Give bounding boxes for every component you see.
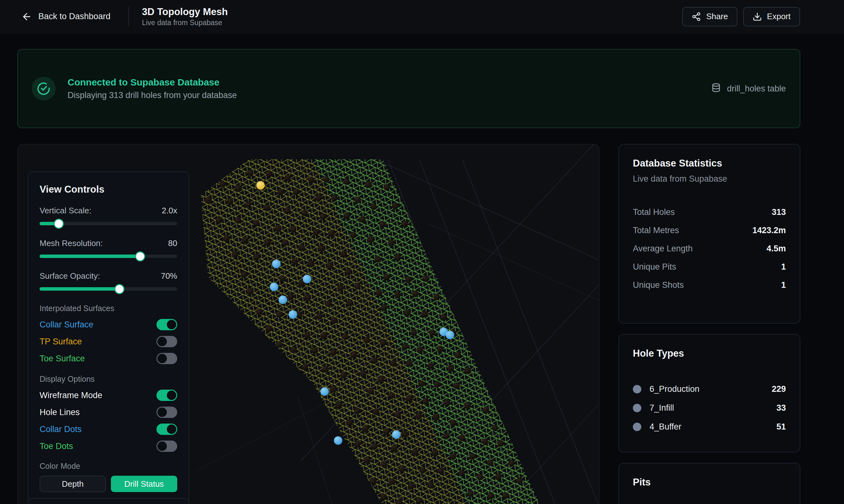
hole-lines-toggle[interactable] (157, 407, 177, 418)
drill-hole-dot (325, 300, 331, 307)
slider-thumb[interactable] (54, 219, 64, 229)
display-toggles: Wireframe ModeHole LinesCollar DotsToe D… (40, 387, 177, 455)
collar-surface-toggle[interactable] (157, 319, 177, 330)
toggle-knob (158, 337, 167, 346)
hole-type-value: 33 (776, 403, 786, 413)
drill-hole-dot (247, 170, 254, 176)
drill-hole-dot (318, 245, 325, 252)
toggle-label: Collar Dots (40, 425, 82, 434)
drill-hole-dot (482, 439, 488, 445)
drill-hole-dot (354, 440, 361, 447)
drill-hole-dot (487, 460, 493, 466)
drill-hole-dot (331, 195, 338, 201)
drill-hole-dot (322, 366, 329, 373)
drill-status-mode-button[interactable]: Drill Status (111, 476, 177, 492)
drill-hole-dot (404, 309, 410, 316)
drill-hole-dot (437, 468, 444, 474)
drill-hole-dot (282, 239, 288, 246)
collar-dot-blue (270, 283, 279, 291)
slider-group-mesh-resolution: Mesh Resolution:80 (40, 238, 177, 258)
drill-hole-dot (355, 197, 361, 203)
toe-dots-toggle[interactable] (157, 440, 177, 452)
slider-fill (40, 287, 120, 291)
display-section-label: Display Options (40, 375, 177, 384)
drill-hole-dot (345, 269, 352, 275)
drill-hole-dot (416, 498, 422, 504)
tp-surface-toggle[interactable] (157, 336, 177, 347)
drill-hole-dot (487, 493, 494, 499)
drill-hole-dot (469, 453, 476, 460)
mesh-resolution-slider[interactable] (40, 254, 177, 258)
toggle-row-tp-surface: TP Surface (40, 333, 177, 350)
drill-hole-dot (412, 290, 418, 297)
collar-dot-selected (256, 181, 265, 190)
share-label: Share (706, 12, 728, 21)
banner-title: Connected to Supabase Database (68, 78, 237, 87)
drill-hole-dot (354, 283, 361, 289)
drill-hole-dot (429, 329, 435, 336)
surface-toggles: Collar SurfaceTP SurfaceToe Surface (40, 316, 177, 367)
drill-hole-dot (276, 341, 283, 348)
drill-hole-dot (434, 381, 441, 388)
slider-thumb[interactable] (114, 284, 124, 294)
drill-hole-dot (399, 466, 405, 472)
depth-mode-button[interactable]: Depth (40, 476, 106, 492)
drill-hole-dot (284, 175, 291, 181)
drill-hole-dot (380, 339, 387, 346)
drill-hole-dot (437, 346, 443, 352)
wireframe-mode-toggle[interactable] (157, 390, 177, 401)
drill-hole-dot (330, 386, 337, 393)
drill-hole-dot (508, 460, 515, 467)
drill-hole-dot (227, 198, 233, 204)
slider-thumb[interactable] (135, 251, 145, 262)
stat-row-unique-shots: Unique Shots1 (633, 276, 786, 294)
drill-hole-dot (304, 332, 310, 339)
drill-hole-dot (401, 343, 408, 350)
drill-hole-dot (406, 360, 413, 366)
drill-hole-dot (419, 467, 426, 473)
drill-hole-dot (279, 275, 286, 282)
drill-hole-dot (247, 288, 254, 295)
page-subtitle: Live data from Supabase (142, 19, 228, 26)
share-button[interactable]: Share (682, 7, 737, 26)
export-button[interactable]: Export (743, 7, 800, 26)
drill-hole-dot (341, 372, 347, 378)
drill-hole-dot (343, 178, 350, 185)
slider-value: 70% (161, 271, 177, 281)
collar-dots-toggle[interactable] (157, 424, 177, 435)
drill-hole-dot (394, 254, 401, 261)
drill-hole-dot (253, 254, 259, 260)
drill-hole-dot (464, 402, 471, 409)
drill-hole-dot (423, 275, 429, 282)
slider-value: 2.0x (162, 206, 177, 216)
drill-hole-dot (427, 482, 434, 488)
drill-hole-dot (328, 230, 335, 237)
toggle-label: Toe Surface (40, 354, 85, 363)
back-to-dashboard-button[interactable]: Back to Dashboard (21, 11, 111, 22)
drill-hole-dot (371, 443, 378, 450)
hole-type-row-7-infill: 7_Infill33 (633, 399, 786, 418)
drill-hole-dot (330, 349, 337, 356)
sliders: Vertical Scale:2.0xMesh Resolution:80Sur… (40, 206, 177, 291)
drill-hole-dot (388, 392, 395, 399)
drill-hole-dot (321, 332, 327, 339)
surface-opacity-slider[interactable] (40, 287, 177, 291)
drill-hole-dot (359, 216, 366, 223)
drill-hole-dot (241, 271, 248, 277)
drill-hole-dot (371, 203, 377, 210)
drill-hole-dot (367, 388, 374, 394)
hole-type-value: 229 (772, 384, 786, 394)
drill-hole-dot (354, 408, 361, 414)
toe-surface-toggle[interactable] (157, 353, 177, 364)
drill-hole-dot (363, 337, 370, 343)
drill-hole-dot (459, 470, 465, 476)
drill-hole-dot (275, 225, 282, 232)
hole-type-row-6-production: 6_Production229 (633, 380, 786, 399)
drill-hole-dot (378, 376, 384, 383)
vertical-scale-slider[interactable] (40, 222, 177, 225)
drill-hole-dot (381, 461, 388, 468)
drill-hole-dot (371, 357, 378, 364)
drill-hole-dot (316, 195, 322, 201)
collar-dot-blue (334, 436, 342, 445)
collar-dot-blue (321, 388, 329, 396)
